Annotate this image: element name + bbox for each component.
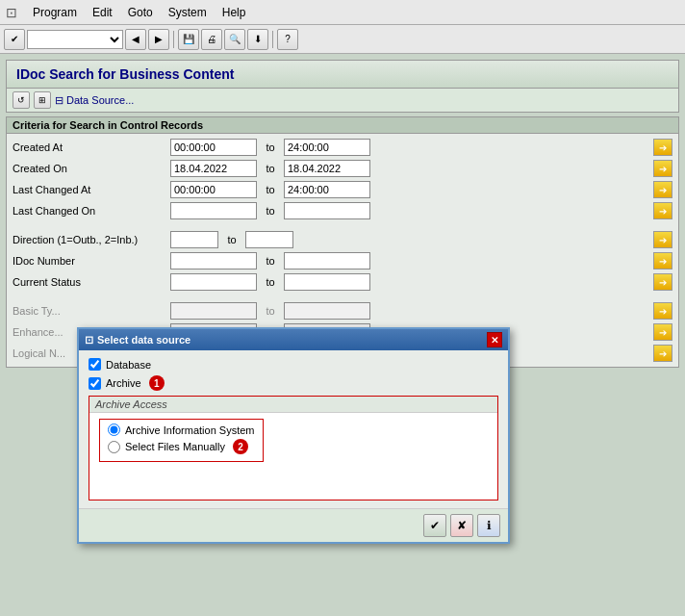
archive-row: Archive 1: [89, 375, 498, 391]
radio-row-manual: Select Files Manually 2: [108, 439, 255, 454]
database-checkbox[interactable]: [89, 358, 101, 371]
archive-access-content: Archive Information System Select Files …: [89, 413, 497, 500]
radio-manual-label: Select Files Manually: [125, 441, 225, 452]
radio-row-ais: Archive Information System: [108, 424, 255, 436]
radio-group: Archive Information System Select Files …: [99, 419, 264, 462]
archive-checkbox[interactable]: [89, 377, 101, 390]
dialog-overlay: ⊡ Select data source ✕ Database Archive …: [0, 0, 685, 616]
archive-label: Archive: [106, 377, 141, 389]
ok-button[interactable]: ✔: [423, 514, 446, 537]
dialog-footer: ✔ ✘ ℹ: [79, 508, 508, 542]
dialog-titlebar: ⊡ Select data source ✕: [79, 329, 508, 350]
select-datasource-dialog: ⊡ Select data source ✕ Database Archive …: [77, 327, 510, 544]
database-row: Database: [89, 358, 498, 371]
database-label: Database: [106, 359, 151, 371]
archive-access-title: Archive Access: [89, 397, 497, 413]
radio-ais[interactable]: [108, 424, 120, 436]
radio-manual[interactable]: [108, 441, 120, 453]
radio-ais-label: Archive Information System: [125, 424, 255, 436]
cancel-button[interactable]: ✘: [450, 514, 473, 537]
dialog-close-btn[interactable]: ✕: [487, 332, 502, 347]
badge-2: 2: [233, 439, 248, 454]
dialog-body: Database Archive 1 Archive Access A: [79, 350, 508, 508]
dialog-title-icon: ⊡: [85, 334, 93, 346]
dialog-title: Select data source: [97, 334, 190, 346]
info-button[interactable]: ℹ: [477, 514, 500, 537]
archive-access-box: Archive Access Archive Information Syste…: [89, 396, 498, 500]
badge-1: 1: [149, 375, 165, 391]
